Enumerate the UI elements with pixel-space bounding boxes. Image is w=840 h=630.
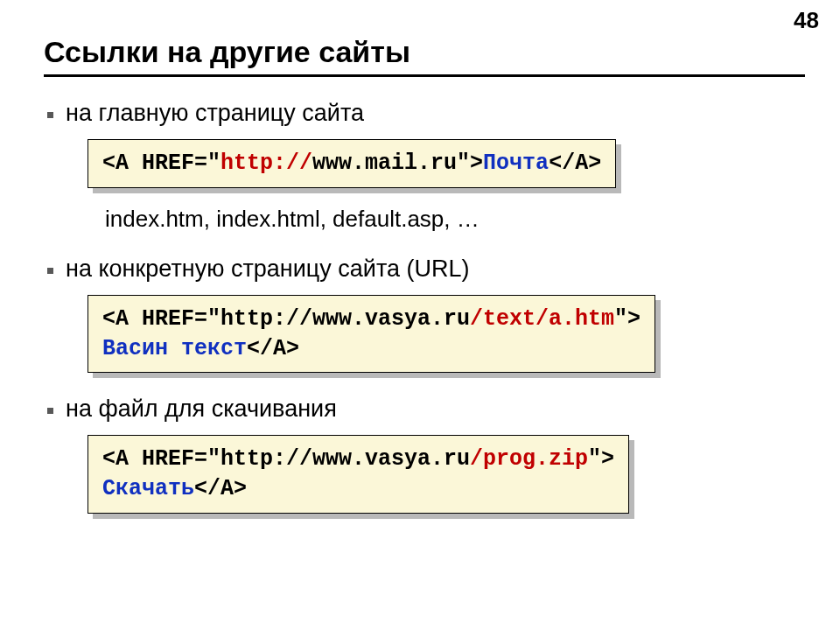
code-highlight-red: http://	[220, 150, 312, 176]
bullet-dot-icon	[47, 268, 53, 274]
code-text: <A HREF="http://www.vasya.ru	[102, 446, 470, 472]
bullet-item: на конкретную страницу сайта (URL)	[44, 256, 805, 283]
bullet-item: на главную страницу сайта	[44, 100, 805, 127]
code-block: <A HREF="http://www.mail.ru">Почта</A>	[88, 139, 616, 188]
code-text: </A>	[549, 150, 601, 176]
code-highlight-blue: Почта	[483, 150, 549, 176]
page-number: 48	[794, 7, 819, 34]
code-text: </A>	[194, 476, 247, 501]
code-text: ">	[588, 446, 614, 472]
sub-text: index.htm, index.html, default.asp, …	[105, 206, 805, 233]
code-text: </A>	[247, 336, 299, 361]
slide-title: Ссылки на другие сайты	[44, 35, 805, 77]
code-highlight-red: /prog.zip	[470, 446, 588, 472]
code-highlight-blue: Скачать	[102, 476, 194, 501]
code-example: <A HREF="http://www.mail.ru">Почта</A>	[88, 139, 805, 188]
code-text: www.mail.ru">	[312, 150, 483, 176]
bullet-item: на файл для скачивания	[44, 396, 805, 423]
bullet-text: на конкретную страницу сайта (URL)	[66, 256, 469, 283]
bullet-dot-icon	[47, 408, 53, 414]
code-highlight-red: /text/a.htm	[470, 306, 614, 332]
code-text: <A HREF="	[102, 150, 220, 176]
bullet-dot-icon	[47, 112, 53, 118]
bullet-text: на файл для скачивания	[66, 396, 337, 423]
code-block: <A HREF="http://www.vasya.ru/text/a.htm"…	[88, 295, 655, 374]
code-example: <A HREF="http://www.vasya.ru/text/a.htm"…	[88, 295, 805, 374]
code-example: <A HREF="http://www.vasya.ru/prog.zip"> …	[88, 435, 805, 514]
code-text: ">	[614, 306, 640, 332]
code-block: <A HREF="http://www.vasya.ru/prog.zip"> …	[88, 435, 629, 514]
code-text: <A HREF="http://www.vasya.ru	[102, 306, 470, 332]
bullet-text: на главную страницу сайта	[66, 100, 364, 127]
code-highlight-blue: Васин текст	[102, 336, 247, 361]
slide: 48 Ссылки на другие сайты на главную стр…	[0, 0, 840, 630]
